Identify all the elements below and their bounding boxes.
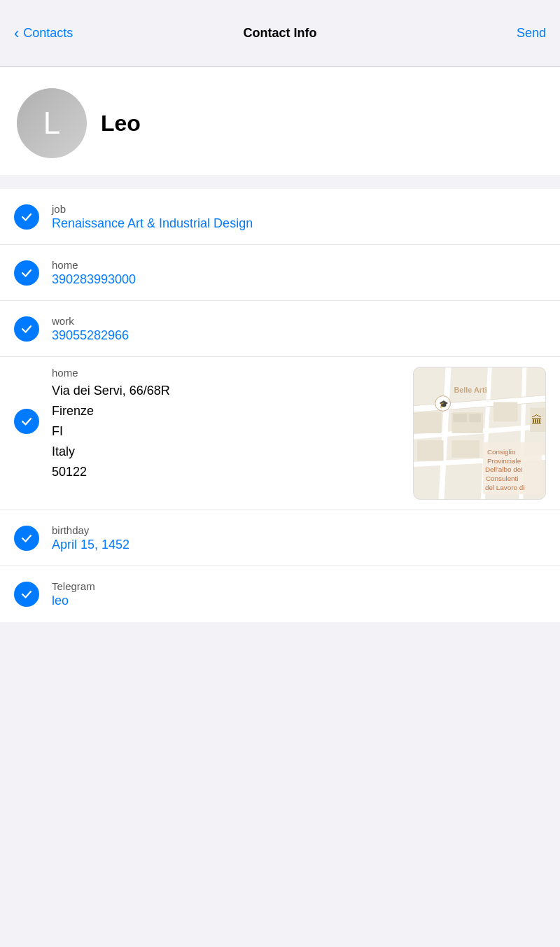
item-label: work — [52, 315, 546, 327]
item-value[interactable]: leo — [52, 594, 546, 608]
item-value[interactable]: 390283993000 — [52, 272, 546, 287]
svg-rect-13 — [417, 440, 444, 461]
address-line-4: Italy — [52, 442, 402, 461]
header: ‹ Contacts Contact Info Send — [0, 0, 560, 67]
svg-rect-11 — [451, 440, 479, 458]
check-icon — [14, 260, 39, 286]
svg-rect-12 — [414, 412, 442, 433]
svg-text:del Lavoro di: del Lavoro di — [485, 484, 525, 491]
check-icon — [14, 409, 39, 434]
item-content: birthday April 15, 1452 — [52, 524, 546, 552]
check-icon — [14, 582, 39, 607]
send-button[interactable]: Send — [517, 26, 546, 41]
profile-section: L Leo — [0, 67, 560, 175]
svg-rect-14 — [453, 414, 467, 422]
item-content: work 39055282966 — [52, 315, 546, 343]
svg-rect-15 — [469, 414, 481, 422]
address-line-5: 50122 — [52, 463, 402, 482]
svg-text:Consiglio: Consiglio — [487, 448, 516, 456]
item-label: Telegram — [52, 580, 546, 592]
svg-text:🏛: 🏛 — [531, 414, 542, 426]
check-icon — [14, 316, 39, 342]
check-icon — [14, 526, 39, 551]
item-content: home 390283993000 — [52, 259, 546, 287]
contact-name: Leo — [101, 111, 141, 136]
item-label: home — [52, 259, 546, 271]
svg-text:Consulenti: Consulenti — [486, 475, 519, 482]
address-line-2: Firenze — [52, 402, 402, 421]
svg-rect-10 — [493, 402, 518, 421]
svg-text:Provinciale: Provinciale — [487, 457, 522, 465]
check-icon — [14, 204, 39, 230]
page-title: Contact Info — [244, 26, 317, 41]
address-content: home Via dei Servi, 66/68R Firenze FI It… — [52, 367, 402, 482]
list-item[interactable]: Telegram leo — [0, 566, 560, 622]
map-thumbnail[interactable]: Belle Arti 🎓 Consiglio Provinciale Dell'… — [413, 367, 546, 500]
back-button[interactable]: ‹ Contacts — [14, 24, 73, 43]
address-item[interactable]: home Via dei Servi, 66/68R Firenze FI It… — [0, 357, 560, 510]
svg-text:🎓: 🎓 — [439, 399, 449, 409]
item-content: job Renaissance Art & Industrial Design — [52, 203, 546, 231]
avatar-initial: L — [43, 106, 60, 141]
address-line-1: Via dei Servi, 66/68R — [52, 381, 402, 400]
chevron-left-icon: ‹ — [14, 24, 19, 43]
list-item[interactable]: work 39055282966 — [0, 301, 560, 357]
list-item[interactable]: home 390283993000 — [0, 245, 560, 301]
contact-items-list: job Renaissance Art & Industrial Design … — [0, 189, 560, 622]
item-value[interactable]: April 15, 1452 — [52, 538, 546, 552]
svg-text:Belle Arti: Belle Arti — [454, 386, 486, 394]
back-label: Contacts — [23, 26, 73, 41]
list-item[interactable]: job Renaissance Art & Industrial Design — [0, 189, 560, 245]
item-value[interactable]: 39055282966 — [52, 328, 546, 343]
item-label: birthday — [52, 524, 546, 536]
item-label: job — [52, 203, 546, 215]
item-value[interactable]: Renaissance Art & Industrial Design — [52, 216, 546, 231]
list-item[interactable]: birthday April 15, 1452 — [0, 510, 560, 566]
item-content: Telegram leo — [52, 580, 546, 608]
address-line-3: FI — [52, 422, 402, 441]
avatar: L — [17, 88, 87, 158]
svg-text:Dell'albo dei: Dell'albo dei — [485, 465, 523, 473]
address-label: home — [52, 367, 402, 379]
